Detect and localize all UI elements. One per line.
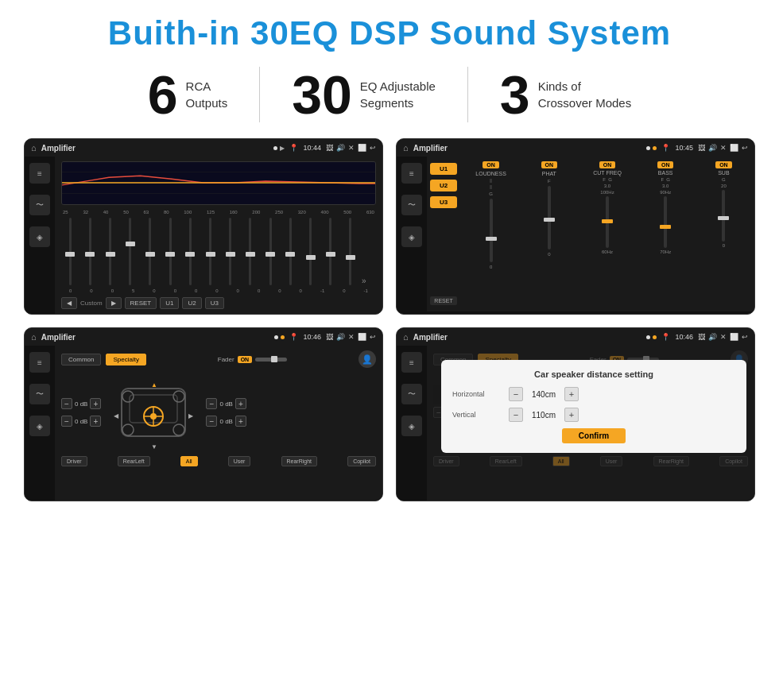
slider-loudness[interactable] — [490, 199, 493, 262]
dot-white-2 — [646, 146, 650, 150]
db-plus-3[interactable]: + — [235, 398, 246, 409]
copilot-btn-4: Copilot — [719, 456, 748, 466]
preset-u3[interactable]: U3 — [430, 196, 457, 208]
eq-slider-13[interactable] — [301, 218, 319, 285]
play-btn[interactable]: ▶ — [106, 297, 122, 309]
on-sub[interactable]: ON — [715, 161, 732, 168]
u1-btn-1[interactable]: U1 — [160, 297, 179, 309]
dialog-title: Car speaker distance setting — [452, 369, 735, 379]
wave-icon-4[interactable]: 〜 — [401, 384, 422, 404]
tab-specialty-3[interactable]: Specialty — [106, 354, 145, 365]
slider-sub[interactable] — [722, 190, 725, 242]
eq-slider-10[interactable] — [242, 218, 259, 285]
preset-u1[interactable]: U1 — [430, 163, 457, 175]
top-icons-4: 📍 — [661, 333, 670, 341]
fader-slider[interactable] — [255, 358, 287, 362]
eq-sliders: » — [61, 218, 376, 285]
u2-btn-1[interactable]: U2 — [182, 297, 201, 309]
speaker-icon-3[interactable]: ◈ — [29, 416, 50, 436]
speaker-icon-2[interactable]: ◈ — [401, 226, 422, 247]
feature-number-eq: 30 — [292, 68, 352, 122]
features-row: 6 RCAOutputs 30 EQ AdjustableSegments 3 … — [24, 67, 755, 122]
speaker-icon[interactable]: ◈ — [29, 226, 50, 247]
db-minus-1[interactable]: − — [61, 398, 72, 409]
speaker-icon-4[interactable]: ◈ — [401, 416, 422, 436]
eq-slider-7[interactable] — [181, 218, 199, 285]
rearright-btn[interactable]: RearRight — [281, 456, 318, 466]
eq-slider-8[interactable] — [201, 218, 219, 285]
reset-btn-1[interactable]: RESET — [125, 297, 157, 309]
db-minus-3[interactable]: − — [206, 398, 217, 409]
home-icon-3[interactable]: ⌂ — [31, 332, 37, 342]
all-btn[interactable]: All — [180, 456, 198, 466]
horizontal-minus[interactable]: − — [509, 387, 523, 401]
db-plus-2[interactable]: + — [90, 416, 101, 427]
eq-slider-3[interactable] — [101, 218, 118, 285]
vertical-minus[interactable]: − — [509, 408, 523, 422]
eq-icon-2[interactable]: ≡ — [401, 163, 422, 184]
tab-common-3[interactable]: Common — [61, 354, 101, 365]
screen3-title: Amplifier — [41, 333, 270, 342]
slider-cutfreq[interactable] — [606, 196, 609, 248]
eq-slider-15[interactable] — [342, 218, 359, 285]
home-icon-4[interactable]: ⌂ — [403, 332, 409, 342]
slider-phat[interactable] — [548, 186, 551, 249]
horizontal-row: Horizontal − 140cm + — [452, 387, 735, 401]
eq-slider-6[interactable] — [161, 218, 179, 285]
on-phat[interactable]: ON — [541, 161, 558, 168]
user-avatar[interactable]: 👤 — [358, 350, 376, 368]
preset-u2[interactable]: U2 — [430, 180, 457, 191]
on-cutfreq[interactable]: ON — [599, 161, 616, 168]
db-minus-4[interactable]: − — [206, 416, 217, 427]
on-loudness[interactable]: ON — [483, 161, 499, 168]
db-plus-1[interactable]: + — [90, 398, 101, 409]
eq-slider-14[interactable] — [322, 218, 339, 285]
home-icon[interactable]: ⌂ — [31, 143, 37, 153]
dot-orange-4 — [653, 335, 657, 339]
eq-icon[interactable]: ≡ — [29, 163, 50, 184]
prev-btn[interactable]: ◀ — [61, 297, 77, 309]
topbar-2: ⌂ Amplifier 📍 10:45 🖼🔊✕⬜↩ — [397, 139, 754, 157]
vertical-plus[interactable]: + — [564, 408, 579, 422]
on-bass[interactable]: ON — [657, 161, 674, 168]
fader-on[interactable]: ON — [238, 356, 253, 363]
eq-slider-4[interactable] — [122, 218, 139, 285]
home-icon-2[interactable]: ⌂ — [403, 143, 409, 153]
eq-slider-1[interactable] — [61, 218, 79, 285]
wave-icon-2[interactable]: 〜 — [401, 195, 422, 215]
eq-icon-3[interactable]: ≡ — [29, 352, 50, 373]
eq-slider-2[interactable] — [81, 218, 99, 285]
crossover-channels: ON LOUDNESS G 0 ON PHAT F — [460, 157, 754, 311]
eq-values: 000500000000-10-1 — [61, 288, 376, 293]
status-dots-4 — [646, 335, 657, 339]
side-icons-1: ≡ 〜 ◈ — [25, 157, 55, 314]
u3-btn-1[interactable]: U3 — [205, 297, 224, 309]
eq-icon-4[interactable]: ≡ — [401, 352, 422, 373]
main-title: Buith-in 30EQ DSP Sound System — [24, 14, 755, 52]
eq-slider-5[interactable] — [141, 218, 159, 285]
db-minus-2[interactable]: − — [61, 416, 72, 427]
eq-slider-9[interactable] — [222, 218, 239, 285]
reset-btn-2[interactable]: RESET — [430, 296, 457, 305]
db-row-1: − 0 dB + — [61, 398, 101, 409]
wave-icon[interactable]: 〜 — [29, 195, 50, 215]
fader-label: Fader — [218, 356, 234, 363]
db-plus-4[interactable]: + — [235, 416, 246, 427]
user-btn[interactable]: User — [228, 456, 251, 466]
slider-bass[interactable] — [664, 196, 667, 248]
channel-phat: ON PHAT F 0 — [521, 161, 576, 307]
eq-slider-12[interactable] — [281, 218, 299, 285]
vertical-ctrl: − 110cm + — [509, 408, 579, 422]
wave-icon-3[interactable]: 〜 — [29, 384, 50, 404]
confirm-button[interactable]: Confirm — [562, 428, 626, 443]
screen-speaker: ⌂ Amplifier 📍 10:46 🖼🔊✕⬜↩ ≡ 〜 ◈ — [24, 327, 383, 501]
horizontal-plus[interactable]: + — [564, 387, 579, 401]
rearleft-btn[interactable]: RearLeft — [118, 456, 150, 466]
driver-btn[interactable]: Driver — [61, 456, 87, 466]
eq-slider-11[interactable] — [262, 218, 279, 285]
fader-area: Fader ON — [218, 356, 287, 363]
feature-rca: 6 RCAOutputs — [116, 68, 259, 122]
speaker-tabs-row: Common Specialty Fader ON 👤 — [61, 350, 376, 368]
top-icons-set3: 🖼🔊✕⬜↩ — [326, 333, 376, 341]
copilot-btn[interactable]: Copilot — [347, 456, 376, 466]
